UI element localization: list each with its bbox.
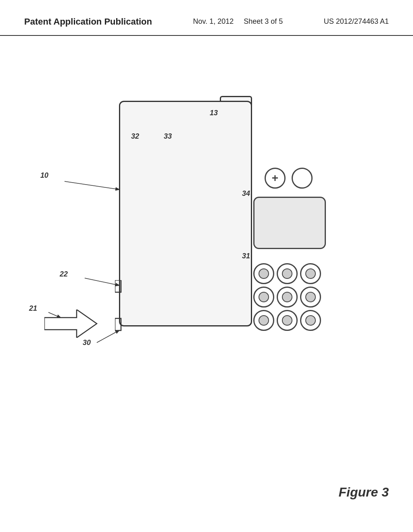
side-notches bbox=[115, 280, 123, 332]
camera-crosshair bbox=[265, 168, 286, 189]
svg-marker-11 bbox=[44, 310, 97, 338]
grid-button-7 bbox=[253, 310, 274, 331]
grid-button-2 bbox=[277, 263, 298, 284]
figure-label: Figure 3 bbox=[339, 485, 389, 500]
button-grid bbox=[253, 263, 321, 331]
ref-label-21: 21 bbox=[29, 304, 37, 313]
diagram-area: 10 13 32 33 34 31 22 21 30 Figure 3 bbox=[0, 52, 413, 532]
ref-label-22: 22 bbox=[60, 270, 68, 278]
patent-number: US 2012/274463 A1 bbox=[324, 16, 389, 27]
sheet-info: Sheet 3 of 5 bbox=[244, 17, 283, 25]
grid-button-8 bbox=[277, 310, 298, 331]
ref-label-10: 10 bbox=[40, 171, 48, 180]
ref-label-31: 31 bbox=[242, 252, 250, 260]
grid-button-3 bbox=[300, 263, 321, 284]
grid-button-6 bbox=[300, 287, 321, 308]
grid-button-4 bbox=[253, 287, 274, 308]
publication-date: Nov. 1, 2012 bbox=[193, 17, 234, 25]
ref-label-32: 32 bbox=[131, 132, 139, 141]
grid-button-5 bbox=[277, 287, 298, 308]
publication-title: Patent Application Publication bbox=[24, 16, 152, 28]
svg-rect-10 bbox=[115, 318, 121, 330]
ref-label-34: 34 bbox=[242, 189, 250, 198]
page-header: Patent Application Publication Nov. 1, 2… bbox=[0, 16, 413, 36]
ref-label-30: 30 bbox=[83, 339, 91, 347]
ref-label-33: 33 bbox=[164, 132, 172, 141]
device-screen bbox=[253, 197, 326, 249]
ref-label-13: 13 bbox=[210, 109, 218, 117]
svg-rect-9 bbox=[115, 280, 121, 292]
grid-button-1 bbox=[253, 263, 274, 284]
svg-line-6 bbox=[85, 278, 119, 285]
grid-button-9 bbox=[300, 310, 321, 331]
hollow-arrow bbox=[44, 310, 101, 338]
sensor-circle bbox=[292, 168, 313, 189]
header-date-sheet: Nov. 1, 2012 Sheet 3 of 5 bbox=[193, 16, 283, 27]
svg-line-0 bbox=[65, 181, 119, 189]
